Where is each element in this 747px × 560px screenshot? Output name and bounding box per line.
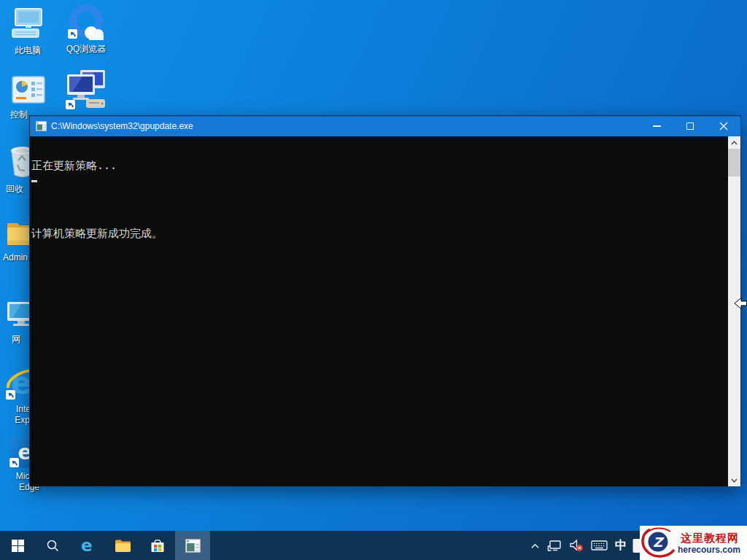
this-pc-label: 此电脑 (15, 45, 41, 56)
network-label: 网 (12, 334, 20, 345)
shortcut-arrow-icon (9, 458, 19, 467)
edge-icon: e (79, 537, 96, 554)
watermark-logo-icon: Z (640, 526, 678, 560)
scroll-up-button[interactable] (728, 136, 740, 149)
console-app-icon (36, 121, 47, 131)
taskbar: e (0, 531, 747, 560)
console-window: C:\Windows\system32\gpupdate.exe 正在更新策略.… (29, 115, 741, 486)
console-line (31, 195, 726, 206)
speaker-muted-icon (569, 539, 584, 552)
taskbar-file-explorer-button[interactable] (105, 531, 140, 560)
qq-browser-label: QQ浏览器 (66, 44, 107, 55)
svg-text:e: e (81, 537, 93, 554)
volume-tray-button[interactable] (565, 531, 587, 560)
computers-icon (61, 69, 108, 111)
window-title: C:\Windows\system32\gpupdate.exe (51, 121, 640, 131)
qq-browser-icon (67, 3, 105, 41)
touch-keyboard-button[interactable] (587, 531, 611, 560)
taskbar-console-button[interactable] (175, 531, 210, 560)
start-button[interactable] (0, 531, 35, 560)
file-explorer-icon (115, 539, 131, 553)
console-body[interactable]: 正在更新策略... 计算机策略更新成功完成。 (30, 136, 740, 486)
desktop-icon-qq-browser[interactable]: QQ浏览器 (60, 3, 112, 55)
admin-folder-label: Admin (3, 252, 28, 263)
store-icon (150, 538, 166, 553)
desktop-icon-computers-shortcut[interactable] (58, 69, 111, 111)
console-line: 正在更新策略... (31, 160, 726, 172)
watermark-text: 这里教程网 herecours.com (678, 532, 742, 555)
control-panel-icon (12, 76, 45, 106)
recycle-bin-label: 回收 (6, 184, 23, 195)
minimize-button[interactable] (640, 116, 673, 136)
shortcut-arrow-icon (66, 100, 75, 109)
desktop-icon-control-panel[interactable]: 控制 (6, 76, 53, 120)
shortcut-arrow-icon (68, 29, 77, 39)
taskbar-edge-button[interactable]: e (70, 531, 105, 560)
desktop-icon-this-pc[interactable]: 此电脑 (4, 7, 51, 56)
ime-indicator[interactable]: 中 (611, 531, 630, 560)
console-icon (185, 539, 201, 553)
scrollbar-thumb[interactable] (728, 149, 740, 176)
search-icon (46, 539, 59, 552)
chevron-down-icon (731, 478, 738, 483)
ime-label: 中 (615, 538, 627, 553)
watermark: Z 这里教程网 herecours.com (640, 526, 747, 560)
scroll-down-button[interactable] (728, 474, 740, 486)
chevron-up-icon (731, 141, 738, 145)
network-tray-button[interactable] (543, 531, 565, 560)
window-titlebar[interactable]: C:\Windows\system32\gpupdate.exe (30, 116, 740, 136)
shortcut-arrow-icon (6, 390, 15, 400)
console-line: 计算机策略更新成功完成。 (31, 228, 726, 240)
maximize-button[interactable] (673, 116, 707, 136)
search-button[interactable] (35, 531, 70, 560)
keyboard-icon (591, 540, 608, 551)
minimize-icon (653, 125, 661, 127)
show-hidden-icons-button[interactable] (527, 531, 543, 560)
this-pc-icon (11, 7, 44, 42)
console-output: 正在更新策略... 计算机策略更新成功完成。 (31, 138, 726, 262)
maximize-icon (686, 122, 694, 130)
console-cursor (31, 180, 37, 182)
watermark-brand: 这里教程网 (681, 532, 739, 545)
desktop: 此电脑 QQ浏览器 (0, 0, 747, 560)
windows-logo-icon (12, 540, 24, 552)
ethernet-network-icon (547, 540, 562, 552)
taskbar-store-button[interactable] (140, 531, 175, 560)
close-icon (719, 122, 728, 131)
watermark-domain: herecours.com (678, 545, 742, 555)
chevron-up-icon (530, 542, 540, 549)
control-panel-label: 控制 (10, 109, 28, 120)
mouse-cursor-icon (734, 296, 747, 315)
scrollbar-track[interactable] (728, 176, 740, 474)
close-button[interactable] (707, 116, 740, 136)
system-tray: 中 (527, 531, 640, 560)
